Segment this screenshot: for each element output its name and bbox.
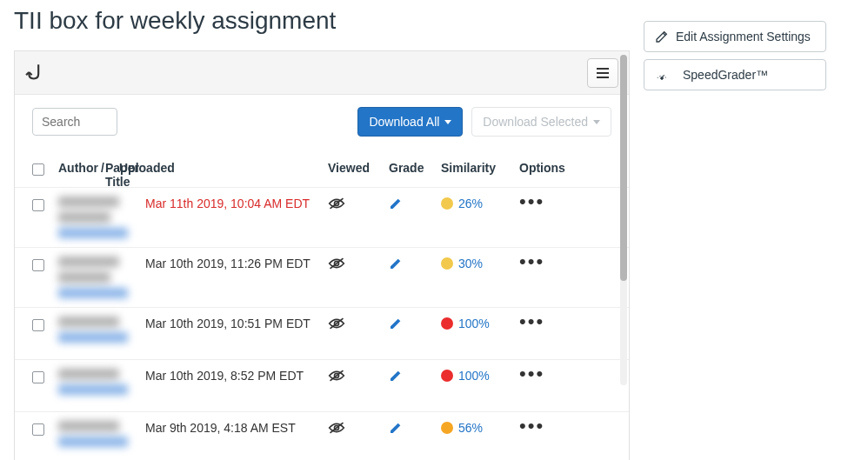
tii-toolbar — [15, 51, 629, 95]
row-options-button[interactable]: ••• — [519, 190, 544, 212]
controls-row: Download All Download Selected — [15, 95, 629, 145]
table-row: Mar 10th 2019, 8:52 PM EDT100%••• — [15, 359, 629, 411]
similarity-percent: 100% — [458, 317, 490, 330]
not-viewed-icon[interactable] — [328, 317, 389, 330]
similarity-percent: 26% — [458, 197, 483, 210]
table-row: Mar 10th 2019, 10:51 PM EDT100%••• — [15, 307, 629, 359]
row-options-button[interactable]: ••• — [519, 250, 544, 272]
turnitin-frame: Download All Download Selected Auth — [14, 50, 630, 460]
grade-edit-icon[interactable] — [389, 421, 441, 435]
row-checkbox[interactable] — [32, 371, 44, 383]
col-similarity-header[interactable]: Similarity — [441, 161, 519, 175]
col-grade-header[interactable]: Grade — [389, 161, 441, 175]
submissions-table: Author/Paper Title Uploaded Viewed Grade… — [15, 145, 629, 460]
download-selected-button: Download Selected — [471, 107, 611, 137]
download-all-label: Download All — [369, 115, 439, 129]
similarity-dot-icon — [441, 422, 453, 434]
col-uploaded-header[interactable]: Uploaded — [119, 161, 175, 175]
similarity-link[interactable]: 100% — [441, 317, 519, 330]
similarity-dot-icon — [441, 370, 453, 382]
similarity-link[interactable]: 100% — [441, 369, 519, 383]
not-viewed-icon[interactable] — [328, 197, 389, 210]
row-options-button[interactable]: ••• — [519, 310, 544, 332]
similarity-dot-icon — [441, 317, 453, 330]
uploaded-date: Mar 10th 2019, 11:26 PM EDT — [145, 257, 310, 270]
col-options-header: Options — [519, 161, 580, 175]
similarity-link[interactable]: 30% — [441, 257, 519, 270]
table-row: Mar 11th 2019, 10:04 AM EDT26%••• — [15, 187, 629, 247]
author-cell[interactable] — [58, 257, 145, 298]
sidebar: Edit Assignment Settings SpeedGrader™ — [644, 0, 852, 97]
similarity-percent: 30% — [458, 257, 483, 270]
edit-assignment-settings-button[interactable]: Edit Assignment Settings — [644, 21, 826, 52]
row-checkbox[interactable] — [32, 259, 44, 271]
uploaded-date: Mar 10th 2019, 8:52 PM EDT — [145, 369, 304, 383]
table-header: Author/Paper Title Uploaded Viewed Grade… — [15, 145, 629, 187]
grade-edit-icon[interactable] — [389, 317, 441, 330]
download-selected-label: Download Selected — [483, 115, 588, 129]
row-checkbox[interactable] — [32, 423, 44, 436]
not-viewed-icon[interactable] — [328, 257, 389, 270]
col-viewed-header[interactable]: Viewed — [328, 161, 389, 175]
caret-down-icon — [444, 120, 451, 124]
edit-assignment-label: Edit Assignment Settings — [676, 30, 811, 43]
uploaded-date: Mar 11th 2019, 10:04 AM EDT — [145, 197, 310, 210]
row-checkbox[interactable] — [32, 319, 44, 331]
hamburger-icon — [597, 68, 609, 78]
similarity-link[interactable]: 26% — [441, 197, 519, 210]
grade-edit-icon[interactable] — [389, 257, 441, 270]
download-all-button[interactable]: Download All — [357, 107, 463, 137]
author-cell[interactable] — [58, 317, 145, 343]
scrollbar[interactable] — [620, 55, 627, 385]
speedgrader-label: SpeedGrader™ — [683, 68, 768, 82]
search-input[interactable] — [32, 108, 117, 136]
pencil-icon — [655, 30, 676, 43]
caret-down-icon — [593, 120, 600, 124]
similarity-percent: 100% — [458, 369, 490, 383]
speedgrader-icon — [655, 68, 676, 82]
svg-rect-0 — [597, 68, 609, 70]
author-cell[interactable] — [58, 421, 145, 447]
grade-edit-icon[interactable] — [389, 369, 441, 383]
uploaded-date: Mar 9th 2019, 4:18 AM EST — [145, 421, 296, 435]
svg-rect-2 — [597, 77, 609, 78]
similarity-percent: 56% — [458, 421, 483, 435]
row-checkbox[interactable] — [32, 199, 44, 211]
row-options-button[interactable]: ••• — [519, 415, 544, 437]
similarity-dot-icon — [441, 197, 453, 210]
not-viewed-icon[interactable] — [328, 421, 389, 435]
table-row: Mar 10th 2019, 11:26 PM EDT30%••• — [15, 247, 629, 307]
not-viewed-icon[interactable] — [328, 369, 389, 383]
author-cell[interactable] — [58, 197, 145, 238]
table-row: Mar 9th 2019, 4:18 AM EST56%••• — [15, 411, 629, 460]
uploaded-date: Mar 10th 2019, 10:51 PM EDT — [145, 317, 310, 330]
menu-button[interactable] — [587, 58, 618, 88]
svg-rect-1 — [597, 72, 609, 74]
select-all-checkbox[interactable] — [32, 163, 44, 176]
similarity-dot-icon — [441, 257, 453, 270]
speedgrader-button[interactable]: SpeedGrader™ — [644, 59, 826, 90]
page-title: TII box for weekly assignment — [14, 7, 630, 35]
similarity-link[interactable]: 56% — [441, 421, 519, 435]
grade-edit-icon[interactable] — [389, 197, 441, 210]
row-options-button[interactable]: ••• — [519, 363, 544, 384]
author-cell[interactable] — [58, 369, 145, 395]
turnitin-logo-icon — [25, 62, 48, 84]
